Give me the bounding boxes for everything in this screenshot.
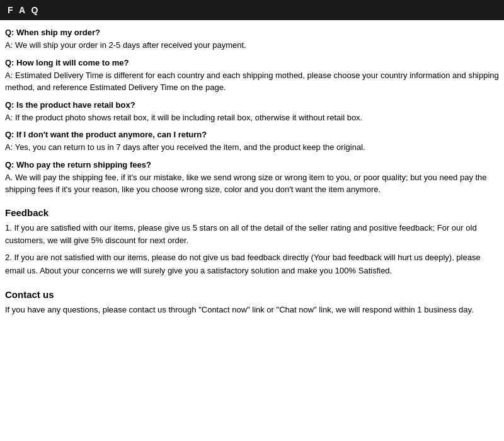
- contact-title: Contact us: [5, 289, 499, 300]
- feedback-point-1: 1. If you are satisfied with our items, …: [5, 222, 499, 248]
- feedback-point-2: 2. If you are not satisfied with our ite…: [5, 251, 499, 278]
- faq-item-1: Q: When ship my order? A: We will ship y…: [5, 28, 499, 52]
- question-2: Q: How long it will come to me?: [5, 58, 499, 67]
- faq-item-5: Q: Who pay the return shipping fees? A. …: [5, 160, 499, 196]
- question-1: Q: When ship my order?: [5, 28, 499, 37]
- faq-item-3: Q: Is the product have retail box? A: If…: [5, 100, 499, 124]
- answer-2: A: Estimated Delivery Time is different …: [5, 69, 499, 94]
- answer-5: A. We will pay the shipping fee, if it's…: [5, 171, 499, 196]
- answer-1: A: We will ship your order in 2-5 days a…: [5, 39, 499, 52]
- faq-title: F A Q: [8, 5, 40, 15]
- contact-section: Contact us If you have any questions, pl…: [5, 289, 499, 317]
- question-5: Q: Who pay the return shipping fees?: [5, 160, 499, 169]
- feedback-section: Feedback 1. If you are satisfied with ou…: [5, 207, 499, 278]
- contact-text: If you have any questions, please contac…: [5, 304, 499, 317]
- answer-4: A: Yes, you can return to us in 7 days a…: [5, 141, 499, 154]
- question-4: Q: If I don't want the product anymore, …: [5, 130, 499, 139]
- answer-3: A: If the product photo shows retail box…: [5, 112, 499, 124]
- faq-section: Q: When ship my order? A: We will ship y…: [5, 28, 499, 196]
- question-3: Q: Is the product have retail box?: [5, 100, 499, 110]
- faq-item-2: Q: How long it will come to me? A: Estim…: [5, 58, 499, 94]
- faq-item-4: Q: If I don't want the product anymore, …: [5, 130, 499, 154]
- faq-header: F A Q: [0, 0, 504, 20]
- feedback-title: Feedback: [5, 207, 499, 218]
